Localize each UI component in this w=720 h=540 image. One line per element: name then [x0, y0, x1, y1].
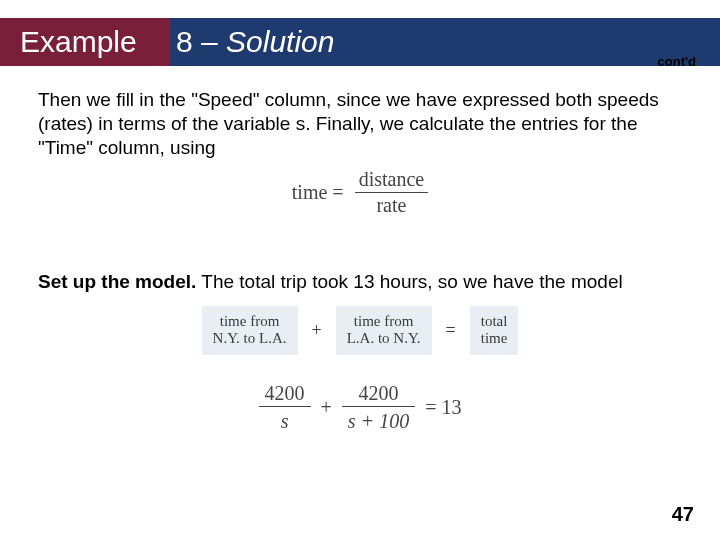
paragraph-2-rest: The total trip took 13 hours, so we have… — [196, 271, 622, 292]
box1-line2: N.Y. to L.A. — [213, 330, 287, 347]
box-total-time: total time — [470, 306, 519, 355]
box3-line1: total — [481, 313, 508, 330]
title-bar: Example 8 – Solution — [0, 18, 720, 66]
title-solution: Solution — [226, 25, 334, 58]
equals-operator: = — [446, 319, 456, 342]
paragraph-2-bold: Set up the model. — [38, 271, 196, 292]
paragraph-1: Then we fill in the "Speed" column, sinc… — [38, 88, 682, 159]
formula-time-equals: time = distance rate — [270, 167, 450, 218]
box2-line1: time from — [347, 313, 421, 330]
model-box-row: time from N.Y. to L.A. + time from L.A. … — [38, 306, 682, 355]
formula2-equals: = 13 — [425, 395, 461, 420]
formula2-f1-bot: s — [259, 407, 311, 434]
title-accent: Example — [0, 18, 170, 66]
box1-line1: time from — [213, 313, 287, 330]
title-accent-text: Example — [20, 25, 137, 59]
formula1-numerator: distance — [355, 167, 429, 193]
box2-line2: L.A. to N.Y. — [347, 330, 421, 347]
formula2-frac2: 4200 s + 100 — [342, 381, 415, 434]
formula1-lhs: time = — [292, 180, 344, 205]
box3-line2: time — [481, 330, 508, 347]
page-number: 47 — [672, 503, 694, 526]
formula1-denominator: rate — [355, 193, 429, 218]
formula2-f2-top: 4200 — [342, 381, 415, 407]
box-la-to-ny: time from L.A. to N.Y. — [336, 306, 432, 355]
title-number: 8 – — [176, 25, 226, 58]
paragraph-2: Set up the model. The total trip took 13… — [38, 270, 682, 294]
continued-label: cont'd — [658, 54, 696, 69]
formula2-plus: + — [321, 395, 332, 420]
formula1-fraction: distance rate — [355, 167, 429, 218]
formula2-f2-bot: s + 100 — [342, 407, 415, 434]
formula-equation: 4200 s + 4200 s + 100 = 13 — [38, 381, 682, 434]
formula2-f1-top: 4200 — [259, 381, 311, 407]
box-ny-to-la: time from N.Y. to L.A. — [202, 306, 298, 355]
title-rest: 8 – Solution — [170, 25, 334, 59]
formula2-frac1: 4200 s — [259, 381, 311, 434]
body-content: Then we fill in the "Speed" column, sinc… — [0, 66, 720, 434]
plus-operator: + — [312, 319, 322, 342]
